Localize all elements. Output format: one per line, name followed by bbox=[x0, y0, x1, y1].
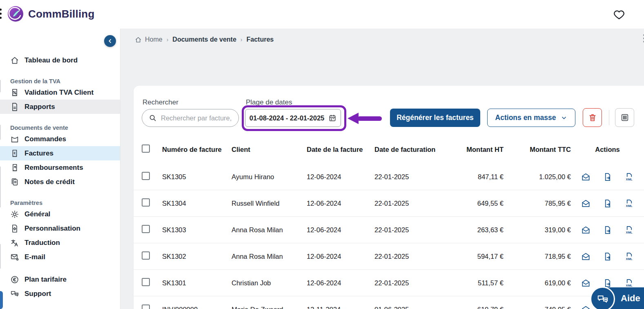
export-document-icon[interactable] bbox=[603, 252, 612, 261]
columns-settings-button[interactable] bbox=[615, 108, 634, 127]
table-row: SK1305 Ayumu Hirano 12-06-2024 22-01-202… bbox=[134, 164, 644, 190]
breadcrumb-sales-docs[interactable]: Documents de vente bbox=[172, 36, 236, 43]
chat-bubbles-icon bbox=[10, 289, 19, 298]
search-label: Rechercher bbox=[143, 98, 178, 107]
export-document-icon[interactable] bbox=[603, 278, 612, 288]
annotation-arrow bbox=[348, 113, 383, 124]
send-email-icon[interactable] bbox=[581, 172, 591, 182]
header-invoice-number[interactable]: Numéro de facture bbox=[162, 146, 232, 153]
send-email-icon[interactable] bbox=[581, 278, 591, 288]
amount-ht: 847,11 € bbox=[445, 173, 504, 181]
row-checkbox[interactable] bbox=[142, 305, 150, 309]
send-email-icon[interactable] bbox=[581, 252, 591, 261]
table-row: SK1303 Anna Rosa Milan 12-06-2024 22-01-… bbox=[134, 217, 644, 243]
columns-icon bbox=[620, 113, 629, 122]
delete-button[interactable] bbox=[583, 108, 602, 127]
translate-icon bbox=[10, 238, 19, 247]
toolbar-divider bbox=[609, 110, 609, 125]
favorites-heart-icon[interactable] bbox=[613, 9, 625, 21]
download-xml-icon[interactable]: XML bbox=[624, 278, 634, 288]
sidebar-section-settings: Paramètres bbox=[0, 198, 120, 207]
sidebar-item-customization[interactable]: Personnalisation bbox=[0, 221, 120, 236]
help-chat-icon bbox=[590, 287, 615, 309]
export-document-icon[interactable] bbox=[603, 199, 612, 208]
document-icon bbox=[10, 102, 19, 111]
row-checkbox[interactable] bbox=[142, 251, 150, 260]
regenerate-invoices-button[interactable]: Régénérer les factures bbox=[390, 109, 480, 127]
sidebar-item-orders[interactable]: Commandes bbox=[0, 132, 120, 146]
select-all-checkbox[interactable] bbox=[142, 144, 150, 153]
document-gear-icon bbox=[10, 224, 19, 233]
search-icon bbox=[149, 114, 157, 122]
search-field[interactable] bbox=[161, 114, 234, 122]
sidebar-item-reports[interactable]: Rapports bbox=[0, 100, 120, 114]
header-billing-date[interactable]: Date de facturation bbox=[374, 146, 445, 153]
sidebar-item-dashboard[interactable]: Tableau de bord bbox=[0, 53, 120, 67]
breadcrumb-separator: › bbox=[241, 36, 243, 43]
download-xml-icon[interactable]: XML bbox=[624, 225, 634, 235]
commbilling-logo-icon bbox=[7, 6, 24, 22]
bulk-actions-button[interactable]: Actions en masse bbox=[487, 109, 575, 127]
export-document-icon[interactable] bbox=[603, 225, 612, 235]
invoice-number: SK1303 bbox=[162, 226, 232, 234]
breadcrumb-home[interactable]: Home bbox=[135, 36, 163, 43]
sidebar-item-email[interactable]: E-mail bbox=[0, 250, 120, 264]
sidebar-item-pricing-plan[interactable]: Plan tarifaire bbox=[0, 272, 120, 287]
chevron-left-icon bbox=[107, 38, 113, 44]
invoice-date: 12-06-2024 bbox=[307, 226, 374, 234]
date-range-value: 01-08-2024 - 22-01-2025 bbox=[250, 114, 324, 122]
sidebar-item-invoices[interactable]: € Factures bbox=[0, 146, 120, 160]
amount-ttc: 718,95 € bbox=[504, 253, 571, 260]
row-checkbox[interactable] bbox=[142, 172, 150, 180]
header-invoice-date[interactable]: Date de la facture bbox=[307, 146, 374, 153]
export-document-icon[interactable] bbox=[603, 172, 612, 182]
credit-notes-icon bbox=[10, 178, 19, 187]
calendar-icon bbox=[328, 114, 336, 122]
row-checkbox[interactable] bbox=[142, 225, 150, 233]
amount-ttc: 1.025,00 € bbox=[504, 173, 571, 181]
amount-ht: 610,79 € bbox=[445, 306, 504, 309]
sidebar-item-support[interactable]: Support bbox=[0, 287, 120, 301]
send-email-icon[interactable] bbox=[581, 199, 591, 208]
date-range-field[interactable]: 01-08-2024 - 22-01-2025 bbox=[245, 109, 341, 127]
billing-date: 22-01-2025 bbox=[374, 173, 445, 181]
svg-text:XML: XML bbox=[626, 177, 633, 181]
amount-ht: 263,63 € bbox=[445, 226, 504, 234]
left-edge-menu-dots-icon[interactable] bbox=[0, 9, 2, 19]
header-client[interactable]: Client bbox=[232, 146, 307, 153]
search-input[interactable] bbox=[142, 109, 239, 127]
sidebar-item-general[interactable]: Général bbox=[0, 207, 120, 221]
mail-gear-icon bbox=[10, 253, 19, 262]
download-xml-icon[interactable]: XML bbox=[624, 252, 634, 261]
sidebar-item-refunds[interactable]: Remboursements bbox=[0, 160, 120, 175]
table-body: SK1305 Ayumu Hirano 12-06-2024 22-01-202… bbox=[134, 164, 644, 309]
sidebar-item-translation[interactable]: Traduction bbox=[0, 236, 120, 250]
edge-artifact bbox=[0, 125, 1, 140]
help-button[interactable]: Aide bbox=[591, 287, 644, 309]
header-amount-ttc[interactable]: Montant TTC bbox=[504, 146, 571, 153]
home-icon bbox=[135, 36, 142, 43]
sidebar-collapse-button[interactable] bbox=[104, 35, 116, 47]
client-name: Anna Rosa Milan bbox=[232, 253, 307, 260]
row-checkbox[interactable] bbox=[142, 278, 150, 286]
breadcrumb-current: Factures bbox=[247, 36, 274, 43]
sidebar-item-credit-notes[interactable]: Notes de crédit bbox=[0, 175, 120, 189]
invoice-date: 12-06-2024 bbox=[307, 200, 374, 207]
client-name: Anna Rosa Milan bbox=[232, 226, 307, 234]
billing-date: 01-06-2025 bbox=[374, 306, 445, 309]
header-amount-ht[interactable]: Montant HT bbox=[445, 146, 504, 153]
table-row: SK1301 Christian Job 12-06-2024 22-01-20… bbox=[134, 270, 644, 296]
download-xml-icon[interactable]: XML bbox=[624, 199, 634, 208]
row-checkbox[interactable] bbox=[142, 198, 150, 207]
sidebar: Tableau de bord Gestion de la TVA Valida… bbox=[0, 29, 120, 309]
chevron-down-icon bbox=[561, 115, 567, 121]
sidebar-item-label: Plan tarifaire bbox=[25, 276, 67, 284]
sidebar-item-vat-validation[interactable]: Validation TVA Client bbox=[0, 85, 120, 100]
download-xml-icon[interactable]: XML bbox=[624, 172, 634, 182]
brand-logo[interactable]: CommBilling bbox=[7, 6, 95, 22]
send-email-icon[interactable] bbox=[581, 305, 591, 309]
send-email-icon[interactable] bbox=[581, 225, 591, 235]
app-window: CommBilling Tableau de bord Gestion de l… bbox=[0, 0, 644, 309]
refund-receipt-icon bbox=[10, 163, 19, 172]
receipt-percent-icon bbox=[10, 88, 19, 97]
